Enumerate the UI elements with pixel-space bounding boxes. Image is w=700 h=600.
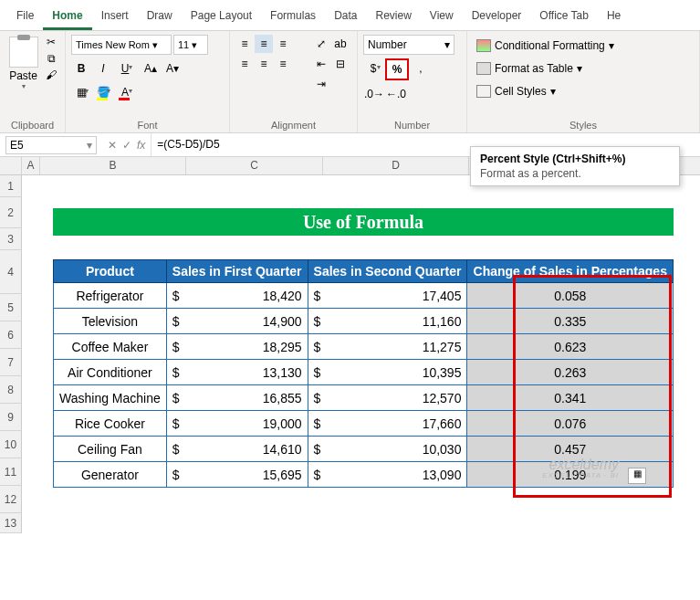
cell-product[interactable]: Coffee Maker bbox=[54, 334, 167, 360]
cut-button[interactable]: ✂ bbox=[43, 35, 59, 49]
grow-font-button[interactable]: A▴ bbox=[141, 58, 161, 79]
row-header-11[interactable]: 11 bbox=[0, 458, 22, 486]
orientation-button[interactable]: ⤢ bbox=[312, 35, 330, 53]
tab-formulas[interactable]: Formulas bbox=[261, 4, 325, 30]
cell-product[interactable]: Generator bbox=[54, 462, 167, 488]
tab-file[interactable]: File bbox=[7, 4, 43, 30]
cell-product[interactable]: Washing Machine bbox=[54, 385, 167, 411]
cell-pct[interactable]: 0.341 bbox=[467, 385, 674, 411]
cells-area[interactable]: Use of Formula ProductSales in First Qua… bbox=[22, 175, 700, 533]
cell-q2[interactable]: $17,660 bbox=[308, 411, 467, 437]
font-size-select[interactable]: 11 ▾ bbox=[173, 35, 208, 55]
enter-formula-icon[interactable]: ✓ bbox=[122, 139, 131, 152]
tab-office-tab[interactable]: Office Tab bbox=[530, 4, 598, 30]
bold-button[interactable]: B bbox=[71, 58, 91, 79]
merge-button[interactable]: ⊟ bbox=[331, 55, 350, 73]
tab-draw[interactable]: Draw bbox=[138, 4, 182, 30]
col-header-corner[interactable] bbox=[0, 157, 22, 174]
col-header-A[interactable]: A bbox=[22, 157, 40, 174]
tab-insert[interactable]: Insert bbox=[92, 4, 138, 30]
font-color-button[interactable]: A bbox=[115, 82, 135, 102]
cell-pct[interactable]: 0.263 bbox=[467, 360, 674, 385]
cell-q1[interactable]: $14,610 bbox=[166, 437, 308, 462]
conditional-formatting-button[interactable]: Conditional Formatting ▾ bbox=[473, 35, 618, 57]
decrease-decimal-button[interactable]: ←.0 bbox=[385, 84, 405, 104]
percent-style-button[interactable]: % bbox=[385, 58, 409, 80]
cell-pct[interactable]: 0.623 bbox=[467, 334, 674, 360]
align-left-button[interactable]: ≡ bbox=[235, 55, 254, 73]
row-header-1[interactable]: 1 bbox=[0, 175, 22, 197]
paste-options-button[interactable]: ▦ bbox=[628, 468, 646, 484]
tab-developer[interactable]: Developer bbox=[463, 4, 531, 30]
cell-pct[interactable]: 0.076 bbox=[467, 411, 674, 437]
tab-he[interactable]: He bbox=[598, 4, 630, 30]
align-right-button[interactable]: ≡ bbox=[274, 55, 292, 73]
accounting-button[interactable]: $ bbox=[363, 58, 383, 79]
row-header-7[interactable]: 7 bbox=[0, 349, 22, 376]
tab-home[interactable]: Home bbox=[43, 4, 91, 30]
cell-product[interactable]: Air Conditioner bbox=[54, 360, 167, 385]
cell-q1[interactable]: $18,295 bbox=[166, 334, 308, 360]
shrink-font-button[interactable]: A▾ bbox=[162, 58, 183, 79]
paste-button[interactable]: Paste ▾ bbox=[5, 35, 41, 90]
tab-view[interactable]: View bbox=[421, 4, 463, 30]
cell-pct[interactable]: 0.058 bbox=[467, 283, 674, 309]
cell-q2[interactable]: $11,275 bbox=[308, 334, 467, 360]
wrap-text-button[interactable]: ab bbox=[331, 35, 350, 53]
cell-q2[interactable]: $10,395 bbox=[308, 360, 467, 385]
name-box[interactable]: E5▾ bbox=[5, 136, 97, 154]
row-header-6[interactable]: 6 bbox=[0, 321, 22, 349]
fx-icon[interactable]: fx bbox=[137, 139, 145, 152]
cell-q2[interactable]: $13,090 bbox=[308, 462, 467, 488]
cell-q1[interactable]: $19,000 bbox=[166, 411, 308, 437]
row-header-8[interactable]: 8 bbox=[0, 376, 22, 404]
row-header-10[interactable]: 10 bbox=[0, 431, 22, 458]
cell-product[interactable]: Rice Cooker bbox=[54, 411, 167, 437]
increase-indent-button[interactable]: ⇥ bbox=[312, 75, 330, 93]
row-header-2[interactable]: 2 bbox=[0, 197, 22, 228]
format-as-table-button[interactable]: Format as Table ▾ bbox=[473, 58, 586, 79]
cell-q1[interactable]: $16,855 bbox=[166, 385, 308, 411]
comma-style-button[interactable]: , bbox=[411, 58, 431, 79]
col-header-D[interactable]: D bbox=[323, 157, 469, 174]
align-bottom-button[interactable]: ≡ bbox=[274, 35, 292, 53]
row-header-4[interactable]: 4 bbox=[0, 250, 22, 294]
format-painter-button[interactable]: 🖌 bbox=[43, 68, 59, 82]
font-name-select[interactable]: Times New Rom ▾ bbox=[71, 35, 172, 55]
row-header-3[interactable]: 3 bbox=[0, 228, 22, 250]
cell-q1[interactable]: $15,695 bbox=[166, 462, 308, 488]
borders-button[interactable]: ▦ bbox=[71, 82, 91, 102]
increase-decimal-button[interactable]: .0→ bbox=[363, 84, 383, 104]
cell-q2[interactable]: $17,405 bbox=[308, 283, 467, 309]
row-header-9[interactable]: 9 bbox=[0, 404, 22, 431]
tab-page-layout[interactable]: Page Layout bbox=[182, 4, 261, 30]
cancel-formula-icon[interactable]: ✕ bbox=[108, 139, 117, 152]
tab-data[interactable]: Data bbox=[325, 4, 366, 30]
cell-q2[interactable]: $11,160 bbox=[308, 309, 467, 334]
col-header-C[interactable]: C bbox=[186, 157, 323, 174]
copy-button[interactable]: ⧉ bbox=[43, 51, 59, 66]
cell-product[interactable]: Refrigerator bbox=[54, 283, 167, 309]
cell-product[interactable]: Ceiling Fan bbox=[54, 437, 167, 462]
decrease-indent-button[interactable]: ⇤ bbox=[312, 55, 330, 73]
cell-q1[interactable]: $18,420 bbox=[166, 283, 308, 309]
align-center-button[interactable]: ≡ bbox=[255, 55, 273, 73]
cell-q1[interactable]: $14,900 bbox=[166, 309, 308, 334]
cell-q2[interactable]: $10,030 bbox=[308, 437, 467, 462]
row-header-5[interactable]: 5 bbox=[0, 294, 22, 321]
cell-product[interactable]: Television bbox=[54, 309, 167, 334]
row-header-13[interactable]: 13 bbox=[0, 513, 22, 533]
tab-review[interactable]: Review bbox=[366, 4, 420, 30]
cell-q2[interactable]: $12,570 bbox=[308, 385, 467, 411]
align-top-button[interactable]: ≡ bbox=[235, 35, 254, 53]
cell-pct[interactable]: 0.335 bbox=[467, 309, 674, 334]
number-format-select[interactable]: Number▾ bbox=[363, 35, 454, 55]
fill-color-button[interactable]: 🪣 bbox=[93, 82, 113, 102]
align-middle-button[interactable]: ≡ bbox=[255, 35, 273, 53]
underline-button[interactable]: U bbox=[115, 58, 135, 79]
cell-q1[interactable]: $13,130 bbox=[166, 360, 308, 385]
cell-styles-button[interactable]: Cell Styles ▾ bbox=[473, 80, 559, 102]
italic-button[interactable]: I bbox=[93, 58, 113, 79]
row-header-12[interactable]: 12 bbox=[0, 486, 22, 513]
col-header-B[interactable]: B bbox=[40, 157, 186, 174]
